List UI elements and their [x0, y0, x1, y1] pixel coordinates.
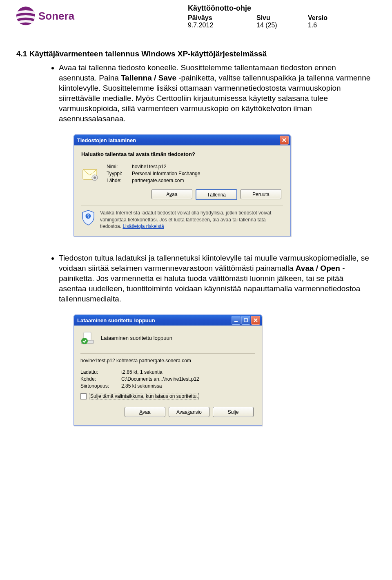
company-logo: Sonera	[16, 7, 74, 25]
save-button[interactable]: Tallenna	[196, 189, 237, 200]
label-version: Versio	[308, 14, 359, 22]
checkbox-label: Sulje tämä valintaikkuna, kun lataus on …	[89, 393, 199, 399]
label-source: Lähde:	[107, 178, 129, 183]
download-complete-title: Lataaminen suoritettu loppuun	[77, 317, 155, 323]
open-button[interactable]: Avaa	[151, 189, 192, 199]
close-button[interactable]: Sulje	[213, 407, 254, 417]
open-button[interactable]: Avaa	[125, 407, 165, 417]
bullet-item-2: Tiedoston tultua ladatuksi ja tallennetu…	[59, 253, 372, 304]
svg-rect-7	[234, 321, 238, 322]
value-name: hovihe1test.p12	[132, 164, 200, 170]
value-version: 1.6	[308, 22, 359, 29]
bullet-block-2: Tiedoston tultua ladatuksi ja tallennetu…	[49, 253, 372, 304]
download-complete-titlebar[interactable]: Lataaminen suoritettu loppuun	[74, 315, 262, 326]
minimize-icon[interactable]	[232, 316, 241, 325]
sonera-swirl-icon	[16, 7, 35, 25]
label-name: Nimi:	[107, 164, 129, 170]
label-target: Kohde:	[80, 376, 121, 382]
value-page: 14 (25)	[256, 22, 308, 29]
document-title: Käyttöönotto-ohje	[188, 4, 359, 13]
file-download-prompt: Haluatko tallentaa tai avata tämän tiedo…	[81, 151, 283, 157]
checkbox-icon[interactable]	[80, 393, 87, 399]
company-name: Sonera	[38, 10, 74, 22]
label-speed: Siirtonopeus:	[80, 383, 121, 389]
dialog-separator	[81, 205, 283, 205]
value-speed: 2,85 kt sekunnissa	[121, 383, 255, 389]
download-properties: Ladattu: t2,85 kt, 1 sekuntia Kohde: C:\…	[80, 369, 255, 389]
value-date: 9.7.2012	[188, 22, 256, 29]
bullet-block-1: Avaa tai tallenna tiedosto koneelle. Suo…	[49, 62, 372, 124]
svg-point-11	[81, 338, 88, 344]
value-source: partnergate.sonera.com	[132, 178, 200, 183]
download-complete-icon	[80, 330, 95, 345]
page: Sonera Käyttöönotto-ohje Päiväys Sivu Ve…	[0, 0, 392, 466]
download-complete-dialog: Lataaminen suoritettu loppuun	[74, 315, 262, 426]
document-meta: Käyttöönotto-ohje Päiväys Sivu Versio 9.…	[188, 4, 359, 29]
download-complete-body: Lataaminen suoritettu loppuun hovihe1tes…	[74, 326, 262, 425]
close-icon[interactable]	[251, 316, 260, 325]
svg-point-4	[94, 176, 96, 179]
cancel-button[interactable]: Peruuta	[241, 189, 281, 199]
bullet1-text-bold: Tallenna / Save	[121, 74, 176, 82]
svg-rect-8	[244, 319, 247, 322]
label-page: Sivu	[256, 14, 308, 22]
download-complete-headline: Lataaminen suoritettu loppuun	[101, 335, 172, 341]
file-download-title: Tiedostojen lataaminen	[77, 137, 136, 143]
security-warning-row: ? Vaikka Internetistä ladatut tiedostot …	[81, 210, 283, 230]
close-after-download-checkbox[interactable]: Sulje tämä valintaikkuna, kun lataus on …	[80, 393, 255, 399]
document-meta-labels: Päiväys Sivu Versio	[188, 14, 359, 22]
document-header: Sonera Käyttöönotto-ohje Päiväys Sivu Ve…	[16, 4, 376, 29]
close-icon[interactable]	[280, 136, 289, 145]
more-info-link[interactable]: Lisätietoja riskeistä	[122, 223, 164, 229]
value-type: Personal Information Exchange	[132, 171, 200, 176]
svg-text:?: ?	[87, 214, 89, 219]
label-loaded: Ladattu:	[80, 369, 121, 375]
bullet2-text-bold: Avaa / Open	[296, 264, 340, 272]
certificate-file-icon	[81, 165, 99, 183]
file-download-titlebar[interactable]: Tiedostojen lataaminen	[74, 135, 290, 145]
value-target: C:\Documents an...\hovihe1test.p12	[121, 376, 255, 382]
shield-icon: ?	[81, 210, 95, 230]
label-type: Tyyppi:	[107, 171, 129, 176]
section-heading: 4.1 Käyttäjävarmenteen tallennus Windows…	[16, 49, 376, 58]
label-date: Päiväys	[188, 14, 256, 22]
file-download-body: Haluatko tallentaa tai avata tämän tiedo…	[74, 145, 290, 236]
dialog-separator	[80, 353, 255, 354]
document-meta-values: 9.7.2012 14 (25) 1.6	[188, 22, 359, 29]
maximize-icon[interactable]	[241, 316, 250, 325]
bullet-item-1: Avaa tai tallenna tiedosto koneelle. Suo…	[59, 62, 372, 124]
download-file-line: hovihe1test.p12 kohteesta partnergate.so…	[80, 358, 255, 364]
file-properties: Nimi: hovihe1test.p12 Tyyppi: Personal I…	[107, 164, 200, 183]
file-download-dialog: Tiedostojen lataaminen Haluatko tallenta…	[74, 134, 291, 236]
value-loaded: t2,85 kt, 1 sekuntia	[121, 369, 255, 375]
open-folder-button[interactable]: Avaa kansio	[169, 407, 209, 417]
